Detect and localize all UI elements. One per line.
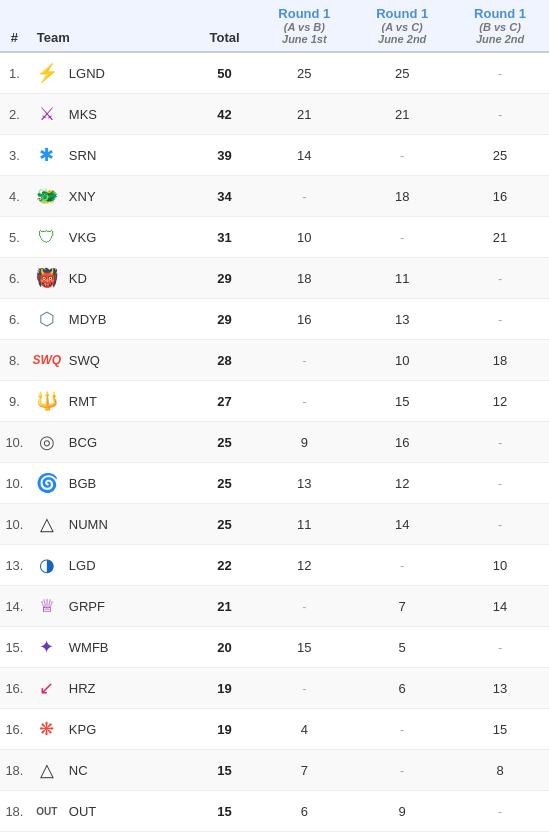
team-logo: 👹 [33,264,61,292]
total-cell: 25 [194,463,256,504]
r1bc-cell: - [451,94,549,135]
rank-cell: 2. [0,94,29,135]
rank-cell: 14. [0,586,29,627]
team-logo: ❋ [33,715,61,743]
team-cell: ⚡LGND [29,52,194,94]
team-name-label: NUMN [69,517,108,532]
team-cell: ✱SRN [29,135,194,176]
r1bc-cell: - [451,258,549,299]
total-cell: 15 [194,791,256,832]
rank-cell: 5. [0,217,29,258]
r1bc-cell: - [451,463,549,504]
r1ac-cell: 15 [353,381,451,422]
r1ac-cell: 12 [353,463,451,504]
team-name-label: LGD [69,558,96,573]
r1ab-cell: 18 [255,258,353,299]
team-name-label: VKG [69,230,96,245]
r1ac-cell: 6 [353,668,451,709]
r1bc-cell: 21 [451,217,549,258]
rank-cell: 15. [0,627,29,668]
team-name-label: KD [69,271,87,286]
r1ab-cell: 10 [255,217,353,258]
total-cell: 29 [194,258,256,299]
r1bc-cell: - [451,627,549,668]
table-row: 2.⚔MKS422121- [0,94,549,135]
r1ac-cell: 18 [353,176,451,217]
r1ac-cell: 7 [353,586,451,627]
total-header: Total [194,0,256,52]
team-logo: ✱ [33,141,61,169]
team-cell: ♕GRPF [29,586,194,627]
team-name-label: BCG [69,435,97,450]
team-logo: ✦ [33,633,61,661]
team-cell: ◎BCG [29,422,194,463]
team-name-label: HRZ [69,681,96,696]
r1bc-cell: 15 [451,709,549,750]
round1-ab-header: Round 1 (A vs B) June 1st [255,0,353,52]
team-cell: △NC [29,750,194,791]
table-row: 6.⬡MDYB291613- [0,299,549,340]
team-cell: 👹KD [29,258,194,299]
r1ab-cell: 6 [255,791,353,832]
rank-cell: 6. [0,299,29,340]
r1ac-cell: 25 [353,52,451,94]
rank-cell: 8. [0,340,29,381]
rank-cell: 18. [0,750,29,791]
team-name-label: NC [69,763,88,778]
team-name-label: SRN [69,148,96,163]
team-cell: SWQSWQ [29,340,194,381]
table-row: 8.SWQSWQ28-1018 [0,340,549,381]
team-cell: ⚔MKS [29,94,194,135]
r1ab-cell: - [255,381,353,422]
r1ac-cell: - [353,750,451,791]
total-cell: 19 [194,668,256,709]
r1ab-cell: 14 [255,135,353,176]
r1bc-cell: - [451,52,549,94]
r1ab-cell: 11 [255,504,353,545]
rank-cell: 10. [0,504,29,545]
team-logo: 🔱 [33,387,61,415]
table-row: 18.△NC157-8 [0,750,549,791]
table-row: 13.◑LGD2212-10 [0,545,549,586]
r1ac-cell: 5 [353,627,451,668]
r1ac-cell: 14 [353,504,451,545]
r1ac-cell: 16 [353,422,451,463]
r1ac-cell: 9 [353,791,451,832]
rank-header: # [0,0,29,52]
total-cell: 25 [194,422,256,463]
r1bc-cell: 10 [451,545,549,586]
team-name-label: WMFB [69,640,109,655]
r1ac-cell: - [353,217,451,258]
team-name-label: MKS [69,107,97,122]
r1bc-cell: 16 [451,176,549,217]
team-name-label: KPG [69,722,96,737]
table-row: 10.◎BCG25916- [0,422,549,463]
team-logo: ⚡ [33,59,61,87]
r1ab-cell: 15 [255,627,353,668]
team-logo: 🛡 [33,223,61,251]
team-name-label: SWQ [69,353,100,368]
r1ac-cell: 21 [353,94,451,135]
team-logo: ◎ [33,428,61,456]
rank-cell: 18. [0,791,29,832]
r1bc-cell: 13 [451,668,549,709]
rank-cell: 9. [0,381,29,422]
team-logo: ↙ [33,674,61,702]
r1ab-cell: - [255,668,353,709]
total-cell: 19 [194,709,256,750]
team-logo: OUT [33,797,61,825]
r1ab-cell: 9 [255,422,353,463]
total-cell: 29 [194,299,256,340]
team-name-label: XNY [69,189,96,204]
r1ab-cell: 21 [255,94,353,135]
total-cell: 21 [194,586,256,627]
rank-cell: 10. [0,422,29,463]
team-cell: 🛡VKG [29,217,194,258]
r1ab-cell: 7 [255,750,353,791]
table-row: 9.🔱RMT27-1512 [0,381,549,422]
rank-cell: 1. [0,52,29,94]
r1bc-cell: 18 [451,340,549,381]
r1ac-cell: 11 [353,258,451,299]
rank-cell: 16. [0,709,29,750]
team-logo: ⚔ [33,100,61,128]
